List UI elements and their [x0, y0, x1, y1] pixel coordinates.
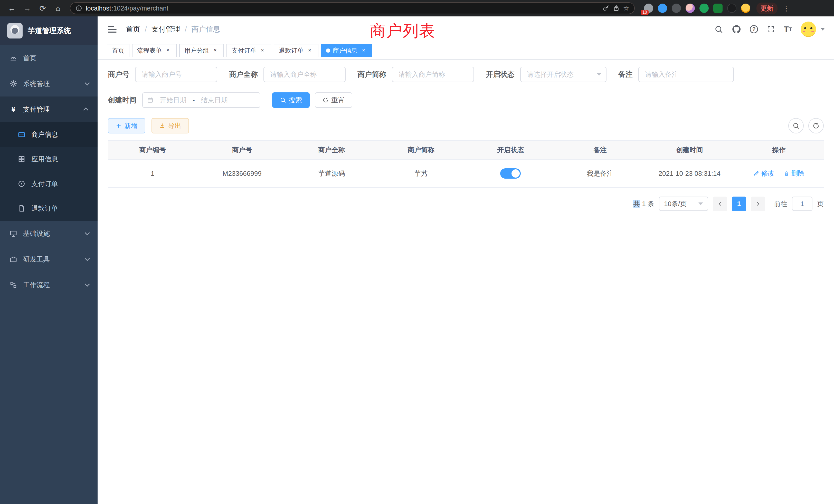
user-avatar[interactable]	[800, 22, 816, 37]
close-icon[interactable]: ×	[360, 47, 367, 54]
breadcrumb-home[interactable]: 首页	[126, 24, 140, 34]
app-logo-avatar	[7, 23, 23, 39]
url-path: :1024/pay/merchant	[112, 5, 169, 12]
full-name-input[interactable]	[263, 67, 346, 82]
pencil-icon	[753, 170, 760, 176]
close-icon[interactable]: ×	[164, 47, 172, 54]
annotation-merchant-list: 商户列表	[370, 20, 436, 42]
sidebar-item-pay-order[interactable]: 支付订单	[0, 171, 97, 196]
browser-menu-icon[interactable]: ⋮	[780, 4, 793, 13]
table-header: 商户编号 商户号 商户全称 商户简称 开启状态 备注 创建时间 操作	[108, 141, 824, 160]
avatar-caret-icon[interactable]	[821, 28, 825, 30]
breadcrumb-current: 商户信息	[192, 24, 220, 34]
merchant-no-input[interactable]	[135, 67, 217, 82]
sidebar-toggle-icon[interactable]	[107, 24, 117, 35]
pagination: 共1 条 10条/页 1 前往 页	[108, 197, 824, 211]
extension-blue-icon[interactable]	[658, 4, 667, 13]
reset-button[interactable]: 重置	[315, 92, 352, 108]
cell-full-name: 芋道源码	[287, 169, 376, 178]
sidebar-item-merchant-info[interactable]: 商户信息	[0, 122, 97, 147]
font-size-icon[interactable]: TT	[784, 25, 792, 33]
status-select[interactable]	[520, 67, 607, 82]
status-select-input[interactable]	[520, 67, 607, 82]
export-button[interactable]: 导出	[152, 118, 189, 134]
sidebar-item-payment[interactable]: ¥ 支付管理	[0, 96, 97, 122]
extension-avatar-icon[interactable]	[686, 4, 695, 13]
page-content: 商户号 商户全称 商户简称 开启状态	[97, 60, 834, 504]
tab-process-form[interactable]: 流程表单×	[132, 44, 177, 57]
extension-pinwheel-icon[interactable]	[727, 4, 737, 13]
short-name-input[interactable]	[392, 67, 474, 82]
screen: ← → ⟳ ⌂ localhost :1024/pay/merchant ☆ 1…	[0, 0, 834, 504]
page-1-button[interactable]: 1	[732, 197, 746, 211]
table-row: 1 M233666999 芋道源码 芋艿 我是备注 2021-10-23 08:…	[108, 160, 824, 188]
extension-green-check-icon[interactable]	[699, 4, 709, 13]
sidebar-item-workflow[interactable]: 工作流程	[0, 272, 97, 298]
extension-gray-icon[interactable]	[672, 4, 681, 13]
sidebar-item-infra[interactable]: 基础设施	[0, 221, 97, 246]
bookmark-star-icon[interactable]: ☆	[623, 4, 629, 12]
sidebar-logo: 芋道管理系统	[0, 17, 97, 45]
extension-puzzle-icon[interactable]: 10	[644, 4, 653, 13]
sidebar-item-app-info[interactable]: 应用信息	[0, 147, 97, 171]
start-date-input[interactable]	[156, 96, 191, 104]
sidebar-item-refund-order[interactable]: 退款订单	[0, 196, 97, 221]
cell-merchant-id: 1	[108, 169, 197, 178]
search-icon[interactable]	[714, 25, 723, 33]
share-icon[interactable]	[613, 5, 620, 12]
goto-page-input[interactable]	[792, 197, 812, 211]
date-range-picker[interactable]: -	[142, 92, 260, 108]
extension-emoji-icon[interactable]	[741, 4, 750, 13]
status-label: 开启状态	[486, 70, 514, 79]
close-icon[interactable]: ×	[259, 47, 266, 54]
password-key-icon[interactable]	[602, 5, 609, 12]
tab-user-group[interactable]: 用户分组×	[179, 44, 224, 57]
tab-merchant-info[interactable]: 商户信息×	[321, 44, 372, 57]
toggle-search-button[interactable]	[788, 118, 804, 134]
sidebar-item-home[interactable]: 首页	[0, 45, 97, 71]
sidebar-item-dev-tools[interactable]: 研发工具	[0, 246, 97, 272]
refresh-table-button[interactable]	[808, 118, 824, 134]
help-icon[interactable]: ?	[750, 25, 758, 33]
tab-pay-order[interactable]: 支付订单×	[226, 44, 271, 57]
remark-input[interactable]	[638, 67, 734, 82]
search-icon	[280, 97, 286, 103]
extensions-area: 10	[644, 4, 750, 13]
close-icon[interactable]: ×	[212, 47, 219, 54]
search-icon	[792, 122, 799, 129]
site-info-icon[interactable]	[75, 5, 82, 12]
add-button[interactable]: 新增	[108, 118, 145, 134]
tab-refund-order[interactable]: 退款订单×	[274, 44, 319, 57]
close-icon[interactable]: ×	[306, 47, 313, 54]
download-icon	[159, 123, 166, 129]
edit-link[interactable]: 修改	[753, 169, 774, 178]
app-title: 芋道管理系统	[28, 26, 71, 36]
delete-link[interactable]: 删除	[784, 169, 805, 178]
fullscreen-icon[interactable]	[767, 25, 775, 33]
tab-home[interactable]: 首页	[107, 44, 129, 57]
circle-dot-icon	[18, 180, 26, 188]
status-toggle[interactable]	[500, 168, 521, 179]
github-icon[interactable]	[732, 25, 741, 34]
extension-badge: 10	[641, 10, 649, 15]
next-page-button[interactable]	[751, 197, 765, 211]
prev-page-button[interactable]	[713, 197, 727, 211]
forward-icon[interactable]: →	[21, 2, 34, 15]
cell-remark: 我是备注	[555, 169, 645, 178]
sidebar-item-system[interactable]: 系统管理	[0, 71, 97, 96]
table-toolbar: 新增 导出	[108, 118, 824, 134]
yen-icon: ¥	[9, 105, 18, 113]
page-size-select[interactable]: 10条/页	[659, 197, 708, 211]
browser-update-button[interactable]: 更新	[756, 3, 777, 14]
url-bar[interactable]: localhost :1024/pay/merchant ☆	[70, 2, 635, 14]
home-icon[interactable]: ⌂	[51, 2, 65, 15]
reload-icon[interactable]: ⟳	[36, 2, 49, 15]
breadcrumb-payment[interactable]: 支付管理	[152, 24, 180, 34]
search-button[interactable]: 搜索	[272, 92, 310, 108]
full-name-label: 商户全称	[229, 70, 258, 79]
chevron-down-icon	[85, 230, 90, 235]
back-icon[interactable]: ←	[5, 2, 19, 15]
remark-label: 备注	[618, 70, 633, 79]
extension-notes-icon[interactable]	[713, 4, 723, 13]
end-date-input[interactable]	[197, 96, 232, 104]
